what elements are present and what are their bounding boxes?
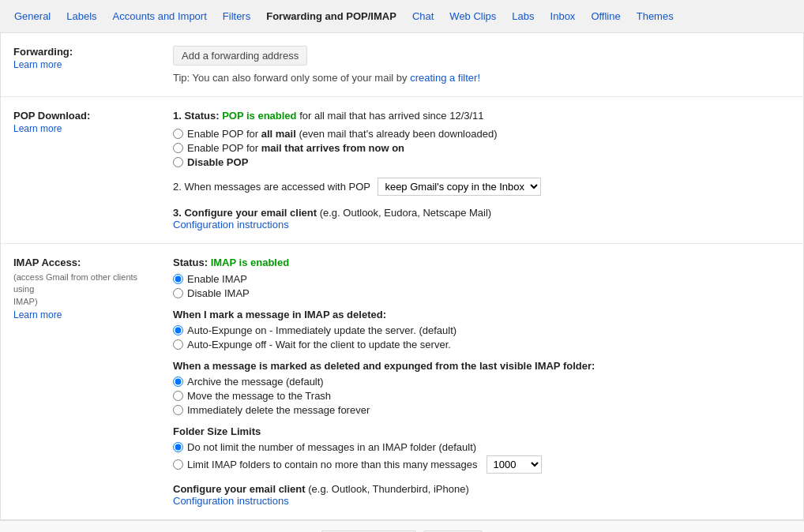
imap-disable-label: Disable IMAP <box>187 287 250 299</box>
imap-delete-row: Immediately delete the message forever <box>173 404 791 416</box>
forwarding-learn-more[interactable]: Learn more <box>13 59 154 70</box>
imap-status-row: Status: IMAP is enabled <box>173 257 791 268</box>
footer: Save Changes Cancel <box>0 520 804 532</box>
pop-option1-row: Enable POP for all mail (even mail that'… <box>173 128 791 140</box>
pop-label: POP Download: Learn more <box>1 110 167 230</box>
imap-deleted-section: When I mark a message in IMAP as deleted… <box>173 309 791 350</box>
settings-main: Forwarding: Learn more Add a forwarding … <box>0 33 804 520</box>
tip-text-prefix: Tip: You can also forward only some of y… <box>173 72 408 84</box>
pop-content: 1. Status: POP is enabled for all mail t… <box>167 110 803 230</box>
nav-item-forwarding: Forwarding and POP/IMAP <box>258 7 404 25</box>
pop-status-row: 1. Status: POP is enabled for all mail t… <box>173 110 791 122</box>
pop-option3-row: Disable POP <box>173 156 791 168</box>
imap-config-instructions-link[interactable]: Configuration instructions <box>173 495 289 507</box>
imap-disable-radio[interactable] <box>173 288 183 298</box>
pop-status-suffix: for all mail that has arrived since 12/3… <box>297 110 484 122</box>
imap-folder-header: Folder Size Limits <box>173 425 791 437</box>
imap-enable-label: Enable IMAP <box>187 273 247 285</box>
imap-archive-label: Archive the message (default) <box>187 376 324 388</box>
imap-delete-radio[interactable] <box>173 405 183 415</box>
pop-option1-text: Enable POP for all mail (even mail that'… <box>187 128 498 140</box>
imap-section: IMAP Access: (access Gmail from other cl… <box>1 244 803 519</box>
pop-section: POP Download: Learn more 1. Status: POP … <box>1 97 803 244</box>
pop-when-select[interactable]: keep Gmail's copy in the Inbox archive G… <box>378 178 541 196</box>
imap-enable-radio[interactable] <box>173 274 183 284</box>
imap-status-prefix: Status: <box>173 257 211 268</box>
imap-archive-row: Archive the message (default) <box>173 376 791 388</box>
imap-trash-row: Move the message to the Trash <box>173 390 791 402</box>
forwarding-content: Add a forwarding address Tip: You can al… <box>167 46 803 84</box>
imap-autoexpunge-on-row: Auto-Expunge on - Immediately update the… <box>173 324 791 336</box>
imap-trash-radio[interactable] <box>173 391 183 401</box>
imap-limit-label: Limit IMAP folders to contain no more th… <box>187 459 478 470</box>
pop-when-row: 2. When messages are accessed with POP k… <box>173 178 791 196</box>
pop-option2-radio[interactable] <box>173 143 183 153</box>
imap-configure-suffix: (e.g. Outlook, Thunderbird, iPhone) <box>306 483 469 495</box>
nav-item-general[interactable]: General <box>6 7 58 25</box>
imap-limit-select[interactable]: 1000 2000 5000 <box>487 455 542 474</box>
imap-content: Status: IMAP is enabled Enable IMAP Disa… <box>167 257 803 507</box>
imap-sub-note: (access Gmail from other clients usingIM… <box>13 272 154 308</box>
imap-expunged-header: When a message is marked as deleted and … <box>173 360 791 372</box>
imap-autoexpunge-off-label: Auto-Expunge off - Wait for the client t… <box>187 339 451 350</box>
imap-deleted-header: When I mark a message in IMAP as deleted… <box>173 309 791 320</box>
pop-option2-row: Enable POP for mail that arrives from no… <box>173 142 791 154</box>
imap-nolimit-radio[interactable] <box>173 442 183 452</box>
pop-status-text: POP is enabled <box>222 110 296 122</box>
pop-title: POP Download: <box>13 110 90 122</box>
pop-option2-text: Enable POP for mail that arrives from no… <box>187 142 404 154</box>
imap-expunged-section: When a message is marked as deleted and … <box>173 360 791 416</box>
forwarding-title: Forwarding: <box>13 46 73 58</box>
pop-when-label: 2. When messages are accessed with POP <box>173 181 370 193</box>
imap-title: IMAP Access: <box>13 257 81 268</box>
pop-option3-radio[interactable] <box>173 157 183 167</box>
imap-configure-row: Configure your email client (e.g. Outloo… <box>173 483 791 495</box>
nav-item-themes[interactable]: Themes <box>629 7 682 25</box>
pop-option3-text: Disable POP <box>187 156 248 168</box>
imap-delete-label: Immediately delete the message forever <box>187 404 370 416</box>
imap-learn-more[interactable]: Learn more <box>13 309 154 320</box>
imap-status-text: IMAP is enabled <box>211 257 289 268</box>
imap-configure-prefix: Configure your email client <box>173 483 306 495</box>
pop-learn-more[interactable]: Learn more <box>13 123 154 134</box>
imap-label-col: IMAP Access: (access Gmail from other cl… <box>1 257 167 507</box>
imap-autoexpunge-off-radio[interactable] <box>173 339 183 350</box>
nav-item-chat[interactable]: Chat <box>404 7 441 25</box>
nav-item-inbox[interactable]: Inbox <box>543 7 584 25</box>
top-nav: General Labels Accounts and Import Filte… <box>0 0 804 33</box>
imap-enable-row: Enable IMAP <box>173 273 791 285</box>
nav-item-offline[interactable]: Offline <box>583 7 628 25</box>
imap-limit-row: Limit IMAP folders to contain no more th… <box>173 455 791 474</box>
imap-nolimit-row: Do not limit the number of messages in a… <box>173 441 791 453</box>
nav-item-labels[interactable]: Labels <box>58 7 104 25</box>
pop-option1-radio[interactable] <box>173 129 183 139</box>
imap-disable-row: Disable IMAP <box>173 287 791 299</box>
pop-configure-prefix: 3. Configure your email client (e.g. Out… <box>173 207 491 219</box>
imap-autoexpunge-on-label: Auto-Expunge on - Immediately update the… <box>187 324 456 336</box>
pop-config-instructions-link[interactable]: Configuration instructions <box>173 219 289 230</box>
imap-trash-label: Move the message to the Trash <box>187 390 331 402</box>
imap-archive-radio[interactable] <box>173 377 183 387</box>
nav-item-filters[interactable]: Filters <box>215 7 258 25</box>
nav-item-webclips[interactable]: Web Clips <box>441 7 504 25</box>
nav-item-accounts[interactable]: Accounts and Import <box>105 7 215 25</box>
pop-status-prefix: 1. Status: <box>173 110 222 122</box>
imap-limit-radio[interactable] <box>173 459 183 470</box>
imap-folder-section: Folder Size Limits Do not limit the numb… <box>173 425 791 474</box>
add-forwarding-button[interactable]: Add a forwarding address <box>173 46 307 66</box>
imap-autoexpunge-on-radio[interactable] <box>173 325 183 335</box>
imap-autoexpunge-off-row: Auto-Expunge off - Wait for the client t… <box>173 339 791 350</box>
creating-filter-link[interactable]: creating a filter! <box>410 72 480 84</box>
forwarding-section: Forwarding: Learn more Add a forwarding … <box>1 33 803 97</box>
pop-configure-row: 3. Configure your email client (e.g. Out… <box>173 207 791 219</box>
imap-nolimit-label: Do not limit the number of messages in a… <box>187 441 476 453</box>
nav-item-labs[interactable]: Labs <box>504 7 542 25</box>
forwarding-tip: Tip: You can also forward only some of y… <box>173 72 791 84</box>
imap-configure-section: Configure your email client (e.g. Outloo… <box>173 483 791 507</box>
forwarding-label: Forwarding: Learn more <box>1 46 167 84</box>
